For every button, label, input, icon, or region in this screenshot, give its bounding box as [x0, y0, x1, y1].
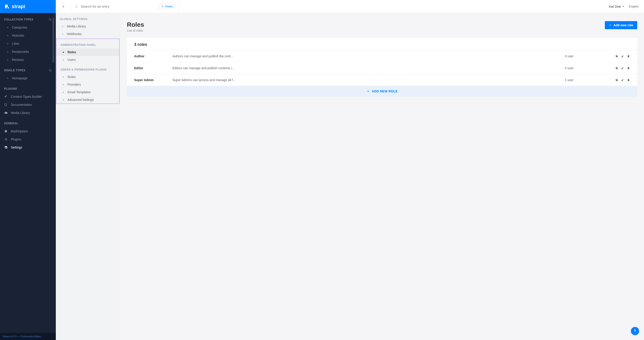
gear-icon: [4, 146, 8, 149]
search-icon[interactable]: [48, 18, 52, 21]
nav-documentation[interactable]: Documentation: [0, 101, 56, 109]
roles-card: 3 roles Author Authors can manage and pu…: [127, 38, 637, 97]
filter-button[interactable]: Roles: [159, 4, 175, 9]
settings-perm-advanced[interactable]: Advanced Settings: [56, 96, 119, 104]
general-header: GENERAL: [4, 122, 18, 125]
delete-icon[interactable]: [627, 55, 630, 58]
book-icon: [4, 103, 8, 107]
settings-perm-roles[interactable]: Roles: [56, 73, 119, 81]
version-label: Strapi v3.2.5 — Community Edition: [0, 333, 56, 340]
nav-content-types-builder[interactable]: Content-Types Builder: [0, 93, 56, 101]
strapi-logo-icon: [4, 4, 10, 9]
language-selector[interactable]: English: [629, 5, 638, 8]
nav-plugins[interactable]: Plugins: [0, 135, 56, 143]
cloud-icon: [4, 111, 8, 115]
chevron-left-icon: [62, 5, 65, 8]
nav-restaurants[interactable]: Restaurants: [0, 48, 56, 56]
basket-icon: [4, 130, 8, 133]
plugins-header: PLUGINS: [4, 87, 17, 90]
back-button[interactable]: [56, 0, 71, 13]
global-settings-header: GLOBAL SETTINGS: [56, 13, 120, 22]
logo-bar[interactable]: strapi: [0, 0, 56, 13]
duplicate-icon[interactable]: [615, 78, 618, 82]
brand-name: strapi: [12, 3, 25, 9]
settings-admin-roles[interactable]: Roles: [56, 48, 119, 56]
nav-categories[interactable]: Categories: [0, 23, 56, 31]
help-button[interactable]: ?: [631, 327, 639, 335]
main-sidebar: strapi COLLECTION TYPES Categories Histo…: [0, 0, 56, 340]
main-area: Roles List of roles Add new role 3 roles…: [120, 0, 644, 340]
brush-icon: [4, 95, 8, 98]
role-row-editor[interactable]: Editor Editors can manage and publish co…: [127, 62, 637, 74]
single-types-header: SINGLE TYPES: [4, 69, 26, 72]
search-icon: [75, 5, 78, 8]
page-subtitle: List of roles: [127, 29, 144, 32]
roles-count: 3 roles: [127, 38, 637, 50]
duplicate-icon[interactable]: [615, 55, 618, 58]
topbar: Roles Kai Doe English: [56, 0, 644, 13]
nav-homepage[interactable]: Homepage: [0, 74, 56, 82]
settings-sidebar: GLOBAL SETTINGS Media Library Webhooks A…: [56, 0, 120, 340]
edit-icon[interactable]: [621, 66, 624, 70]
search-icon[interactable]: [48, 69, 52, 72]
edit-icon[interactable]: [621, 55, 624, 58]
edit-icon[interactable]: [621, 78, 624, 82]
plus-icon: [366, 90, 370, 93]
duplicate-icon[interactable]: [615, 66, 618, 70]
admin-panel-highlight: ADMINISTRATION PANEL Roles Users USERS &…: [56, 39, 120, 104]
role-row-superadmin[interactable]: Super Admin Super Admins can access and …: [127, 74, 637, 86]
user-menu[interactable]: Kai Doe: [609, 4, 624, 8]
delete-icon[interactable]: [627, 78, 630, 82]
page-title: Roles: [127, 21, 144, 28]
role-row-author[interactable]: Author Authors can manage and publish th…: [127, 50, 637, 62]
filter-icon: [161, 5, 164, 8]
settings-perm-providers[interactable]: Providers: [56, 81, 119, 88]
nav-likes[interactable]: Likes: [0, 39, 56, 48]
collection-types-header: COLLECTION TYPES: [4, 18, 33, 21]
nav-histories[interactable]: Histories: [0, 31, 56, 39]
settings-webhooks[interactable]: Webhooks: [56, 30, 120, 38]
add-role-footer-button[interactable]: ADD NEW ROLE: [127, 86, 637, 97]
caret-down-icon: [622, 5, 624, 8]
users-permissions-header: USERS & PERMISSIONS PLUGIN: [56, 64, 119, 73]
nav-settings[interactable]: Settings: [0, 143, 56, 152]
plus-icon: [609, 24, 612, 26]
list-icon: [4, 138, 8, 141]
settings-admin-users[interactable]: Users: [56, 56, 119, 64]
nav-reviews[interactable]: Reviews: [0, 56, 56, 64]
nav-marketplace[interactable]: Marketplace: [0, 127, 56, 135]
nav-media-library[interactable]: Media Library: [0, 109, 56, 117]
delete-icon[interactable]: [627, 66, 630, 70]
add-new-role-button[interactable]: Add new role: [605, 21, 637, 29]
settings-media-library[interactable]: Media Library: [56, 22, 120, 30]
admin-panel-header: ADMINISTRATION PANEL: [56, 39, 119, 48]
settings-perm-email-templates[interactable]: Email Templates: [56, 88, 119, 96]
